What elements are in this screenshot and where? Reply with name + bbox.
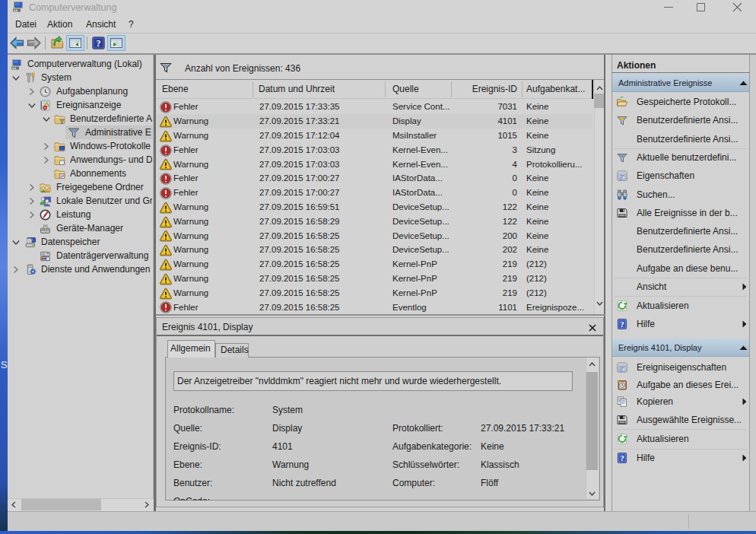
svg-text:?: ? — [97, 38, 101, 49]
svg-text:?: ? — [620, 319, 624, 329]
svg-text:?: ? — [620, 453, 624, 462]
